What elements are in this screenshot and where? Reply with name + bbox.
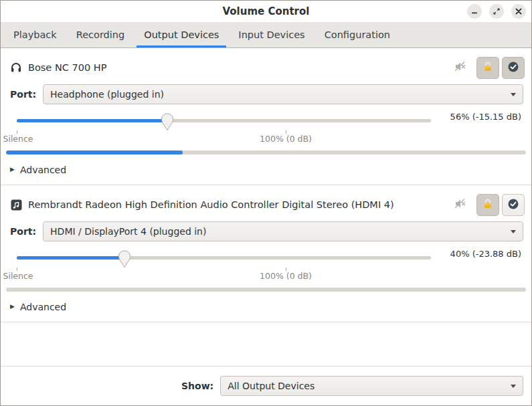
muted-speaker-icon <box>454 62 466 74</box>
volume-slider-row: 56% (-15.15 dB) <box>1 111 531 130</box>
advanced-label: Advanced <box>20 302 66 312</box>
close-icon <box>515 7 523 15</box>
port-row: Port: HDMI / DisplayPort 4 (plugged in) <box>1 221 531 241</box>
volume-value: 40% (-23.88 dB) <box>450 249 521 259</box>
show-dropdown[interactable]: All Output Devices <box>220 376 523 396</box>
peak-meter <box>6 150 526 155</box>
device-list-end-separator <box>1 322 531 322</box>
volume-value: 56% (-15.15 dB) <box>450 112 521 122</box>
volume-slider-handle[interactable] <box>161 113 174 131</box>
tick-label-100: 100% (0 dB) <box>260 134 312 144</box>
advanced-expander[interactable]: ▶ Advanced <box>1 301 531 312</box>
tick-label-silence: Silence <box>3 134 33 144</box>
tick-label-silence: Silence <box>3 271 33 281</box>
window-title: Volume Control <box>1 5 531 17</box>
checkmark-icon <box>507 61 519 75</box>
set-fallback-button[interactable] <box>502 194 525 216</box>
volume-slider-fill <box>17 119 167 122</box>
tab-recording[interactable]: Recording <box>69 22 132 47</box>
lock-icon <box>482 198 493 211</box>
mute-toggle-button[interactable] <box>450 57 470 78</box>
footer-bar: Show: All Output Devices <box>1 366 531 405</box>
show-label: Show: <box>181 381 213 391</box>
device-list: Bose NC 700 HP <box>1 48 531 366</box>
port-row: Port: Headphone (plugged in) <box>1 84 531 104</box>
device-name: Bose NC 700 HP <box>28 62 106 73</box>
port-label: Port: <box>10 89 36 100</box>
muted-speaker-icon <box>454 199 466 211</box>
chevron-down-icon <box>511 385 516 388</box>
minimize-icon <box>470 7 478 15</box>
chevron-down-icon <box>511 230 516 233</box>
device-name: Rembrandt Radeon High Definition Audio C… <box>28 199 394 210</box>
tab-playback[interactable]: Playback <box>6 22 64 47</box>
peak-meter <box>6 288 526 292</box>
output-device-row: Rembrandt Radeon High Definition Audio C… <box>1 185 531 322</box>
expander-arrow-icon: ▶ <box>10 304 15 310</box>
volume-slider-handle[interactable] <box>118 250 131 268</box>
expander-arrow-icon: ▶ <box>10 167 15 173</box>
minimize-button[interactable] <box>467 4 482 19</box>
slider-ticks: Silence 100% (0 dB) <box>1 268 531 281</box>
volume-slider-row: 40% (-23.88 dB) <box>1 248 531 267</box>
device-header: Rembrandt Radeon High Definition Audio C… <box>1 193 531 216</box>
lock-channels-button[interactable] <box>476 194 499 216</box>
tab-bar: Playback Recording Output Devices Input … <box>1 22 531 48</box>
advanced-label: Advanced <box>20 165 66 175</box>
volume-slider-fill <box>17 256 124 260</box>
music-note-icon <box>10 199 22 211</box>
close-button[interactable] <box>511 4 526 19</box>
port-dropdown[interactable]: Headphone (plugged in) <box>43 84 523 104</box>
lock-icon <box>482 61 493 74</box>
window-controls <box>467 4 531 19</box>
output-device-row: Bose NC 700 HP <box>1 48 531 185</box>
volume-slider[interactable] <box>17 119 431 122</box>
peak-meter-fill <box>6 150 183 155</box>
checkmark-icon <box>507 198 519 212</box>
port-dropdown[interactable]: HDMI / DisplayPort 4 (plugged in) <box>43 221 523 241</box>
device-actions <box>450 194 525 216</box>
volume-slider[interactable] <box>17 256 431 260</box>
restore-icon <box>493 7 501 15</box>
tick-label-100: 100% (0 dB) <box>260 271 312 281</box>
port-dropdown-value: HDMI / DisplayPort 4 (plugged in) <box>50 226 206 237</box>
port-label: Port: <box>10 226 36 237</box>
slider-ticks: Silence 100% (0 dB) <box>1 130 531 144</box>
restore-button[interactable] <box>489 4 504 19</box>
mute-toggle-button[interactable] <box>450 194 470 215</box>
tab-input-devices[interactable]: Input Devices <box>231 22 312 47</box>
advanced-expander[interactable]: ▶ Advanced <box>1 164 531 175</box>
set-fallback-button[interactable] <box>502 57 525 79</box>
lock-channels-button[interactable] <box>476 57 499 79</box>
device-header: Bose NC 700 HP <box>1 56 531 79</box>
tab-configuration[interactable]: Configuration <box>317 22 397 47</box>
titlebar: Volume Control <box>1 1 531 22</box>
port-dropdown-value: Headphone (plugged in) <box>50 89 164 100</box>
show-dropdown-value: All Output Devices <box>228 381 315 391</box>
headphones-icon <box>10 62 22 74</box>
tab-output-devices[interactable]: Output Devices <box>137 22 226 47</box>
device-actions <box>450 57 525 79</box>
chevron-down-icon <box>511 93 516 96</box>
